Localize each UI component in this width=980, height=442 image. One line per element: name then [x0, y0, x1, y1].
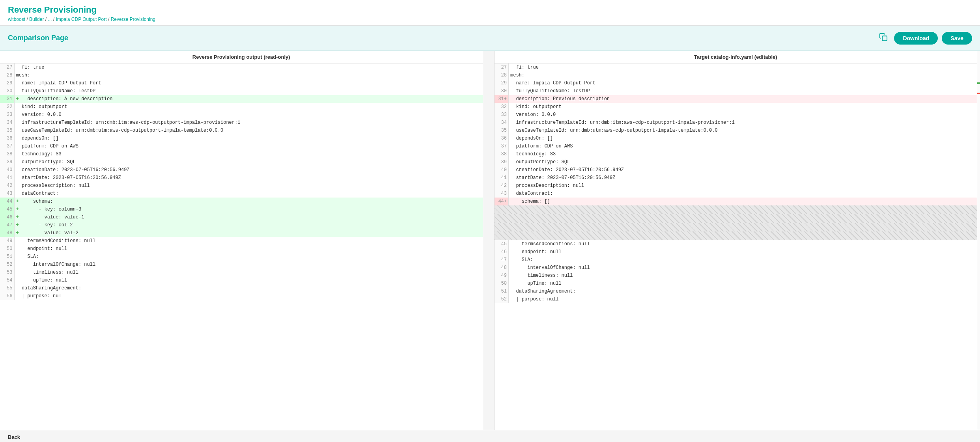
line-content[interactable]: SLA: — [509, 256, 977, 264]
line-content[interactable]: processDescription: null — [509, 182, 977, 190]
table-row: 48+ value: val-2 — [0, 229, 483, 237]
line-content[interactable]: | purpose: null — [509, 295, 977, 303]
hatch-area — [495, 231, 977, 240]
right-pane-content[interactable]: 27 fi: true28mesh:29 name: Impala CDP Ou… — [495, 63, 977, 430]
line-content[interactable]: creationDate: 2023-07-05T16:20:56.949Z — [509, 166, 977, 174]
line-content[interactable]: schema: [] — [509, 198, 977, 205]
line-content[interactable]: platform: CDP on AWS — [509, 142, 977, 150]
line-content[interactable]: technology: S3 — [509, 150, 977, 158]
line-number: 56 — [0, 292, 14, 300]
breadcrumb-builder[interactable]: Builder — [29, 17, 44, 22]
line-content[interactable]: kind: outputport — [509, 103, 977, 111]
line-content[interactable]: processDescription: null — [14, 182, 483, 190]
table-row: 34 infrastructureTemplateId: urn:dmb:itm… — [0, 119, 483, 127]
line-content[interactable]: infrastructureTemplateId: urn:dmb:itm:aw… — [14, 119, 483, 127]
download-button[interactable]: Download — [894, 32, 938, 45]
line-content[interactable]: name: Impala CDP Output Port — [509, 79, 977, 87]
line-content[interactable]: version: 0.0.0 — [509, 111, 977, 119]
table-row: 42 processDescription: null — [495, 182, 977, 190]
line-content[interactable]: name: Impala CDP Output Port — [14, 79, 483, 87]
line-content[interactable]: timeliness: null — [509, 272, 977, 280]
line-content[interactable]: description: Previous description — [509, 95, 977, 103]
table-row: 39 outputPortType: SQL — [495, 158, 977, 166]
line-content[interactable]: startDate: 2023-07-05T16:20:56.949Z — [14, 174, 483, 182]
line-content[interactable]: intervalOfChange: null — [14, 261, 483, 269]
line-number: 40 — [0, 166, 14, 174]
line-content[interactable]: | purpose: null — [14, 292, 483, 300]
line-content[interactable]: endpoint: null — [509, 248, 977, 256]
line-content[interactable]: outputPortType: SQL — [509, 158, 977, 166]
table-row: 31+ description: Previous description — [495, 95, 977, 103]
line-content[interactable]: outputPortType: SQL — [14, 158, 483, 166]
line-content[interactable]: platform: CDP on AWS — [14, 142, 483, 150]
line-number: 48 — [0, 229, 14, 237]
line-content[interactable]: + schema: — [14, 198, 483, 205]
table-row: 44+ schema: [] — [495, 198, 977, 205]
line-content[interactable]: fullyQualifiedName: TestDP — [509, 87, 977, 95]
line-content[interactable]: termsAndConditions: null — [509, 240, 977, 248]
line-content[interactable]: infrastructureTemplateId: urn:dmb:itm:aw… — [509, 119, 977, 127]
line-content[interactable]: mesh: — [14, 71, 483, 79]
breadcrumb-witboost[interactable]: witboost — [8, 17, 25, 22]
left-diff-table: 27 fi: true28mesh:29 name: Impala CDP Ou… — [0, 63, 483, 300]
line-content[interactable]: endpoint: null — [14, 245, 483, 253]
breadcrumb-impala[interactable]: Impala CDP Output Port — [56, 17, 106, 22]
line-content[interactable]: + - key: column-3 — [14, 205, 483, 213]
line-content[interactable]: technology: S3 — [14, 150, 483, 158]
line-content[interactable]: useCaseTemplateId: urn:dmb:utm:aws-cdp-o… — [509, 127, 977, 134]
line-content[interactable]: startDate: 2023-07-05T16:20:56.949Z — [509, 174, 977, 182]
line-content[interactable]: + value: value-1 — [14, 213, 483, 221]
line-content[interactable]: kind: outputport — [14, 103, 483, 111]
line-content[interactable]: mesh: — [509, 71, 977, 79]
line-content[interactable]: version: 0.0.0 — [14, 111, 483, 119]
table-row: 32 kind: outputport — [495, 103, 977, 111]
breadcrumb-ellipsis[interactable]: ... — [48, 17, 52, 22]
table-row: 53 timeliness: null — [0, 269, 483, 276]
line-number: 53 — [0, 269, 14, 276]
line-content[interactable]: dependsOn: [] — [14, 134, 483, 142]
line-number: 31+ — [495, 95, 509, 103]
top-bar: Reverse Provisioning witboost / Builder … — [0, 0, 980, 26]
line-content[interactable]: SLA: — [14, 253, 483, 261]
page-title: Reverse Provisioning — [8, 5, 972, 15]
line-content[interactable]: termsAndConditions: null — [14, 237, 483, 245]
back-bar: Back — [0, 430, 980, 442]
line-content[interactable]: + description: A new description — [14, 95, 483, 103]
line-content[interactable]: dataContract: — [509, 190, 977, 198]
line-content[interactable]: fi: true — [509, 63, 977, 71]
line-content[interactable]: upTime: null — [509, 280, 977, 287]
left-pane-content[interactable]: 27 fi: true28mesh:29 name: Impala CDP Ou… — [0, 63, 483, 430]
line-content[interactable]: dataContract: — [14, 190, 483, 198]
line-content[interactable]: fi: true — [14, 63, 483, 71]
line-content[interactable]: creationDate: 2023-07-05T16:20:56.949Z — [14, 166, 483, 174]
line-number: 32 — [495, 103, 509, 111]
table-row — [495, 205, 977, 214]
line-number: 49 — [0, 237, 14, 245]
minimap-marker-green — [977, 82, 980, 84]
save-button[interactable]: Save — [942, 32, 972, 45]
line-content[interactable]: dataSharingAgreement: — [509, 287, 977, 295]
copy-button[interactable] — [877, 30, 890, 46]
line-content[interactable]: upTime: null — [14, 276, 483, 284]
line-content[interactable]: useCaseTemplateId: urn:dmb:utm:aws-cdp-o… — [14, 127, 483, 134]
line-content[interactable]: dependsOn: [] — [509, 134, 977, 142]
line-content[interactable]: fullyQualifiedName: TestDP — [14, 87, 483, 95]
table-row: 37 platform: CDP on AWS — [495, 142, 977, 150]
line-number: 51 — [495, 287, 509, 295]
line-number: 45 — [495, 240, 509, 248]
back-button[interactable]: Back — [8, 434, 20, 440]
line-content[interactable]: intervalOfChange: null — [509, 264, 977, 272]
line-number: 46 — [0, 213, 14, 221]
breadcrumb-reverse[interactable]: Reverse Provisioning — [111, 17, 155, 22]
line-number: 41 — [495, 174, 509, 182]
line-number: 32 — [0, 103, 14, 111]
line-content[interactable]: + value: val-2 — [14, 229, 483, 237]
line-number: 42 — [0, 182, 14, 190]
hatch-area — [495, 223, 977, 231]
line-content[interactable]: timeliness: null — [14, 269, 483, 276]
breadcrumb: witboost / Builder / ... / Impala CDP Ou… — [8, 17, 972, 22]
line-number: 55 — [0, 284, 14, 292]
line-content[interactable]: dataSharingAgreement: — [14, 284, 483, 292]
line-content[interactable]: + - key: col-2 — [14, 221, 483, 229]
table-row: 35 useCaseTemplateId: urn:dmb:utm:aws-cd… — [495, 127, 977, 134]
